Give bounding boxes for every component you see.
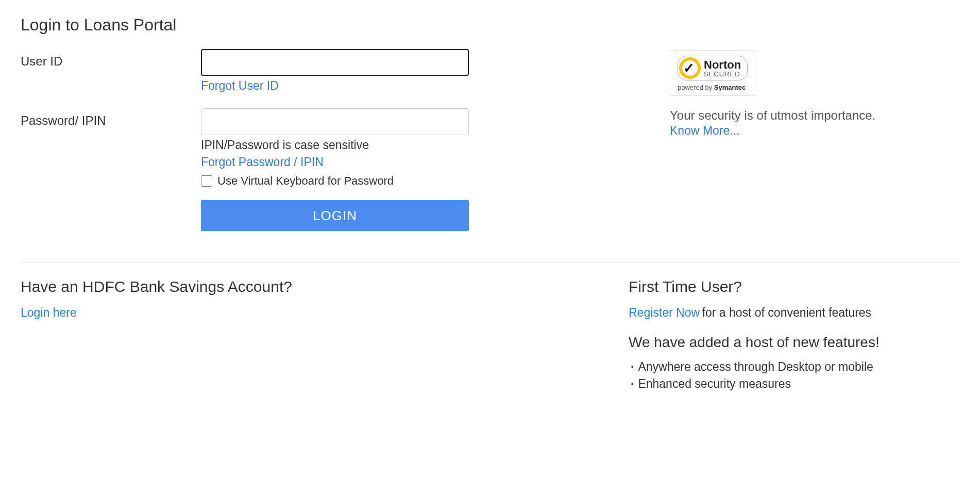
- forgot-password-link[interactable]: Forgot Password / IPIN: [201, 155, 324, 169]
- register-suffix: for a host of convenient features: [702, 306, 872, 319]
- register-now-link[interactable]: Register Now: [629, 306, 700, 319]
- norton-brand: Norton: [704, 59, 741, 71]
- login-form: User ID Forgot User ID Password/ IPIN IP…: [21, 49, 484, 247]
- first-time-user-title: First Time User?: [629, 278, 958, 296]
- features-list: Anywhere access through Desktop or mobil…: [629, 360, 958, 391]
- virtual-keyboard-label: Use Virtual Keyboard for Password: [217, 174, 394, 188]
- virtual-keyboard-checkbox[interactable]: [201, 175, 212, 187]
- page-title: Login to Loans Portal: [21, 15, 958, 35]
- know-more-link[interactable]: Know More...: [670, 124, 740, 137]
- checkmark-icon: ✓: [679, 57, 701, 79]
- features-title: We have added a host of new features!: [629, 334, 958, 351]
- password-hint: IPIN/Password is case sensitive: [201, 138, 469, 152]
- list-item: Enhanced security measures: [631, 377, 958, 391]
- norton-status: SECURED: [704, 71, 741, 77]
- forgot-userid-link[interactable]: Forgot User ID: [201, 79, 279, 93]
- login-button[interactable]: LOGIN: [201, 200, 469, 231]
- userid-input[interactable]: [201, 49, 469, 76]
- norton-secured-badge: ✓ Norton SECURED powered by Symantec: [670, 50, 755, 96]
- login-here-link[interactable]: Login here: [21, 306, 77, 319]
- list-item: Anywhere access through Desktop or mobil…: [631, 360, 958, 374]
- userid-label: User ID: [21, 49, 201, 69]
- security-message: Your security is of utmost importance.: [670, 108, 958, 123]
- password-input[interactable]: [201, 108, 469, 135]
- password-label: Password/ IPIN: [21, 108, 201, 128]
- savings-account-title: Have an HDFC Bank Savings Account?: [21, 278, 484, 296]
- norton-powered-by: powered by Symantec: [678, 84, 748, 91]
